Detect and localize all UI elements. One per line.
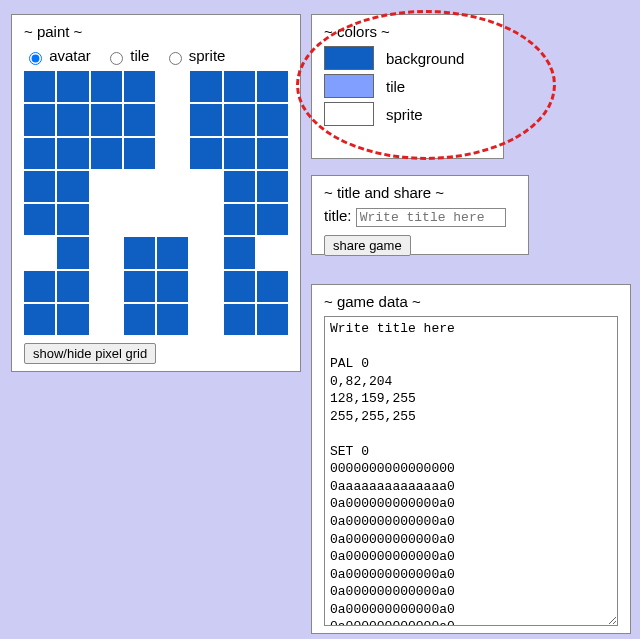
pixel-cell[interactable] bbox=[124, 304, 155, 335]
radio-avatar-label[interactable]: avatar bbox=[24, 47, 95, 64]
pixel-cell[interactable] bbox=[57, 271, 88, 302]
pixel-cell[interactable] bbox=[257, 204, 288, 235]
pixel-cell[interactable] bbox=[257, 237, 288, 268]
pixel-cell[interactable] bbox=[157, 171, 188, 202]
pixel-cell[interactable] bbox=[257, 271, 288, 302]
pixel-cell[interactable] bbox=[57, 104, 88, 135]
colors-title: ~ colors ~ bbox=[324, 23, 491, 40]
pixel-cell[interactable] bbox=[57, 304, 88, 335]
pixel-cell[interactable] bbox=[257, 138, 288, 169]
pixel-cell[interactable] bbox=[224, 204, 255, 235]
pixel-cell[interactable] bbox=[224, 104, 255, 135]
pixel-cell[interactable] bbox=[190, 271, 221, 302]
pixel-cell[interactable] bbox=[24, 138, 55, 169]
radio-tile[interactable] bbox=[110, 52, 123, 65]
pixel-cell[interactable] bbox=[257, 304, 288, 335]
pixel-cell[interactable] bbox=[257, 71, 288, 102]
game-data-panel: ~ game data ~ bbox=[311, 284, 631, 634]
game-data-title: ~ game data ~ bbox=[324, 293, 618, 310]
title-share-title: ~ title and share ~ bbox=[324, 184, 516, 201]
color-label: sprite bbox=[386, 106, 423, 123]
pixel-cell[interactable] bbox=[224, 171, 255, 202]
pixel-cell[interactable] bbox=[157, 138, 188, 169]
pixel-cell[interactable] bbox=[124, 171, 155, 202]
pixel-cell[interactable] bbox=[124, 271, 155, 302]
pixel-cell[interactable] bbox=[91, 138, 122, 169]
color-label: tile bbox=[386, 78, 405, 95]
radio-sprite-text: sprite bbox=[189, 47, 226, 64]
pixel-cell[interactable] bbox=[157, 204, 188, 235]
pixel-cell[interactable] bbox=[224, 237, 255, 268]
pixel-cell[interactable] bbox=[257, 171, 288, 202]
pixel-cell[interactable] bbox=[224, 71, 255, 102]
colors-panel: ~ colors ~ backgroundtilesprite bbox=[311, 14, 504, 159]
radio-avatar[interactable] bbox=[29, 52, 42, 65]
pixel-cell[interactable] bbox=[190, 138, 221, 169]
pixel-cell[interactable] bbox=[157, 71, 188, 102]
radio-sprite-label[interactable]: sprite bbox=[164, 47, 226, 64]
pixel-cell[interactable] bbox=[190, 237, 221, 268]
pixel-cell[interactable] bbox=[91, 271, 122, 302]
pixel-cell[interactable] bbox=[124, 71, 155, 102]
color-swatch-tile[interactable] bbox=[324, 74, 374, 98]
pixel-cell[interactable] bbox=[124, 104, 155, 135]
pixel-cell[interactable] bbox=[124, 138, 155, 169]
pixel-cell[interactable] bbox=[24, 204, 55, 235]
radio-avatar-text: avatar bbox=[49, 47, 91, 64]
color-row-background: background bbox=[324, 46, 491, 70]
pixel-cell[interactable] bbox=[57, 171, 88, 202]
paint-title: ~ paint ~ bbox=[24, 23, 288, 40]
pixel-cell[interactable] bbox=[190, 71, 221, 102]
radio-tile-text: tile bbox=[130, 47, 149, 64]
pixel-cell[interactable] bbox=[91, 237, 122, 268]
pixel-cell[interactable] bbox=[24, 237, 55, 268]
pixel-cell[interactable] bbox=[57, 204, 88, 235]
toggle-pixel-grid-button[interactable]: show/hide pixel grid bbox=[24, 343, 156, 364]
title-input[interactable] bbox=[356, 208, 506, 227]
pixel-cell[interactable] bbox=[91, 171, 122, 202]
pixel-cell[interactable] bbox=[124, 204, 155, 235]
color-row-sprite: sprite bbox=[324, 102, 491, 126]
pixel-cell[interactable] bbox=[257, 104, 288, 135]
pixel-cell[interactable] bbox=[24, 171, 55, 202]
game-data-textarea[interactable] bbox=[324, 316, 618, 626]
paint-panel: ~ paint ~ avatar tile sprite show/hide p… bbox=[11, 14, 301, 372]
pixel-cell[interactable] bbox=[24, 104, 55, 135]
title-label: title: bbox=[324, 207, 352, 224]
color-label: background bbox=[386, 50, 464, 67]
pixel-cell[interactable] bbox=[24, 271, 55, 302]
pixel-cell[interactable] bbox=[190, 104, 221, 135]
pixel-cell[interactable] bbox=[91, 104, 122, 135]
pixel-cell[interactable] bbox=[190, 304, 221, 335]
pixel-cell[interactable] bbox=[91, 71, 122, 102]
pixel-cell[interactable] bbox=[24, 304, 55, 335]
share-game-button[interactable]: share game bbox=[324, 235, 411, 256]
radio-tile-label[interactable]: tile bbox=[105, 47, 154, 64]
pixel-cell[interactable] bbox=[91, 204, 122, 235]
color-swatch-background[interactable] bbox=[324, 46, 374, 70]
pixel-cell[interactable] bbox=[91, 304, 122, 335]
pixel-cell[interactable] bbox=[24, 71, 55, 102]
pixel-cell[interactable] bbox=[157, 237, 188, 268]
pixel-cell[interactable] bbox=[124, 237, 155, 268]
pixel-cell[interactable] bbox=[190, 204, 221, 235]
pixel-cell[interactable] bbox=[57, 71, 88, 102]
pixel-cell[interactable] bbox=[224, 271, 255, 302]
pixel-cell[interactable] bbox=[224, 304, 255, 335]
pixel-cell[interactable] bbox=[57, 138, 88, 169]
pixel-cell[interactable] bbox=[157, 104, 188, 135]
pixel-cell[interactable] bbox=[157, 304, 188, 335]
color-swatch-sprite[interactable] bbox=[324, 102, 374, 126]
pixel-canvas[interactable] bbox=[24, 71, 288, 335]
pixel-cell[interactable] bbox=[157, 271, 188, 302]
paint-mode-radios: avatar tile sprite bbox=[24, 46, 288, 65]
pixel-cell[interactable] bbox=[57, 237, 88, 268]
pixel-cell[interactable] bbox=[190, 171, 221, 202]
pixel-cell[interactable] bbox=[224, 138, 255, 169]
title-share-panel: ~ title and share ~ title: share game bbox=[311, 175, 529, 255]
color-row-tile: tile bbox=[324, 74, 491, 98]
radio-sprite[interactable] bbox=[169, 52, 182, 65]
